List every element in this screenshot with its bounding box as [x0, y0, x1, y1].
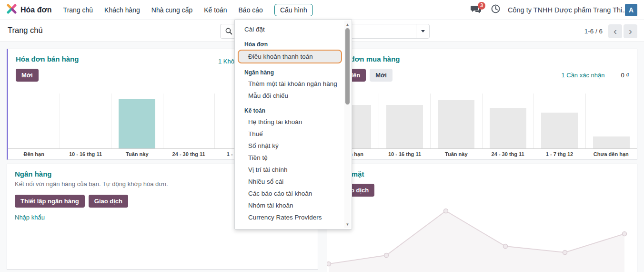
app-name: Hóa đơn [20, 6, 52, 14]
purchase-new-button[interactable]: Mới [370, 69, 392, 82]
nav-item-cau-hinh[interactable]: Cấu hình [274, 4, 313, 16]
bar-slot[interactable] [163, 94, 215, 148]
bar[interactable] [438, 100, 474, 148]
bar-slot[interactable] [482, 94, 534, 148]
axis-label: 24 - 30 thg 11 [163, 151, 214, 157]
nav-item-khach-hang[interactable]: Khách hàng [104, 6, 140, 14]
messages-button[interactable]: 3 [470, 4, 483, 16]
card-cash: Tiền mặt Giao dịch [327, 164, 637, 272]
search-filter-toggle[interactable] [416, 24, 429, 38]
pager-next-button[interactable]: › [624, 24, 637, 38]
data-point[interactable] [444, 209, 448, 213]
config-dropdown-menu: Cài đặtHóa đơnĐiều khoản thanh toánNgân … [234, 19, 352, 230]
bank-import-link[interactable]: Nhập khẩu [15, 214, 45, 221]
cash-line-chart[interactable] [327, 164, 637, 272]
app-logo-icon [7, 4, 17, 16]
nav-item-trang-chu[interactable]: Trang chủ [63, 6, 93, 14]
bar-slot[interactable] [379, 94, 431, 148]
menu-section-header: Kế toán [235, 102, 345, 116]
menu-item[interactable]: Hệ thống tài khoản [235, 116, 345, 128]
purchase-amount: 0 ₫ [621, 72, 629, 79]
data-point[interactable] [563, 251, 567, 255]
user-avatar[interactable]: A [625, 4, 637, 16]
bar[interactable] [490, 108, 526, 148]
bar-slot[interactable] [60, 94, 111, 148]
menu-section-header: Ngân hàng [235, 63, 345, 78]
bar[interactable] [386, 105, 423, 148]
axis-label: 10 - 16 thg 11 [60, 151, 111, 157]
card-purchase-invoices: Hóa đơn mua hàng Tải lên Mới 1 Cần xác n… [327, 49, 637, 160]
scroll-down-icon[interactable]: ▼ [344, 221, 351, 227]
bar-slot[interactable] [430, 94, 482, 148]
axis-label: Chưa đến hạn [585, 151, 637, 157]
menu-item[interactable]: Nhóm tài khoản [235, 199, 345, 211]
bar-slot[interactable] [533, 94, 585, 148]
scroll-up-icon[interactable]: ▲ [344, 21, 351, 27]
menu-item[interactable]: Mẫu đối chiếu [235, 90, 345, 102]
purchase-card-title[interactable]: Hóa đơn mua hàng [335, 55, 629, 63]
messages-badge: 3 [478, 2, 485, 10]
company-name[interactable]: Công ty TNHH Dược phẩm Trang Thi... [508, 6, 617, 14]
dropdown-scrollbar[interactable]: ▲ ▼ [344, 21, 351, 228]
purchase-status-link[interactable]: 1 Cần xác nhận [561, 72, 604, 79]
axis-label: 10 - 16 thg 11 [379, 151, 430, 157]
axis-label: Đến hạn [8, 151, 60, 157]
sales-new-button[interactable]: Mới [16, 69, 39, 82]
nav-item-ke-toan[interactable]: Kế toán [204, 6, 227, 14]
chevron-down-icon [421, 30, 425, 32]
data-point[interactable] [384, 253, 389, 258]
activities-clock-icon[interactable] [491, 4, 500, 15]
menu-item[interactable]: Account Groups [235, 223, 345, 227]
bar[interactable] [119, 99, 155, 148]
bar-slot[interactable] [111, 94, 163, 148]
menu-item[interactable]: Cài đặt [235, 23, 345, 35]
bar-slot[interactable] [8, 94, 60, 148]
menu-item[interactable]: Nhiều sổ cái [235, 176, 345, 188]
pager-prev-button[interactable]: ‹ [608, 24, 622, 38]
axis-label: 24 - 30 thg 11 [482, 151, 533, 157]
menu-item[interactable]: Currency Rates Providers [235, 211, 345, 223]
bar[interactable] [541, 113, 578, 148]
axis-label: Tuần này [431, 151, 482, 157]
nav-item-nha-cung-cap[interactable]: Nhà cung cấp [151, 6, 192, 14]
menu-item[interactable]: Điều khoản thanh toán [238, 50, 342, 63]
data-point[interactable] [503, 244, 508, 249]
bank-setup-button[interactable]: Thiết lập ngân hàng [15, 195, 85, 208]
menu-item[interactable]: Thêm một tài khoản ngân hàng [235, 78, 345, 90]
nav-item-bao-cao[interactable]: Báo cáo [239, 6, 263, 14]
bank-transactions-button[interactable]: Giao dịch [89, 195, 128, 208]
menu-section-header: Hóa đơn [235, 35, 345, 50]
pager-counter: 1-6 / 6 [584, 28, 603, 35]
bar[interactable] [593, 136, 630, 148]
menu-item[interactable]: Tiền tệ [235, 152, 345, 164]
scroll-thumb[interactable] [345, 28, 350, 105]
menu-item[interactable]: Vị trí tài chính [235, 164, 345, 176]
app-brand[interactable]: Hóa đơn [7, 4, 52, 16]
bar-slot[interactable] [585, 94, 637, 148]
menu-item[interactable]: Thuế [235, 128, 345, 140]
data-point[interactable] [623, 232, 627, 236]
axis-label: 1 - 7 thg 12 [533, 151, 585, 157]
axis-label: Tuần này [111, 151, 163, 157]
menu-item[interactable]: Các báo cáo tài khoản [235, 188, 345, 199]
purchase-bar-chart[interactable]: Đến hạn10 - 16 thg 11Tuần này24 - 30 thg… [327, 94, 637, 159]
top-navbar: Hóa đơn Trang chủ Khách hàng Nhà cung cấ… [0, 0, 644, 20]
menu-item[interactable]: Sổ nhật ký [235, 140, 345, 152]
breadcrumb[interactable]: Trang chủ [8, 26, 43, 35]
data-point[interactable] [327, 262, 331, 266]
